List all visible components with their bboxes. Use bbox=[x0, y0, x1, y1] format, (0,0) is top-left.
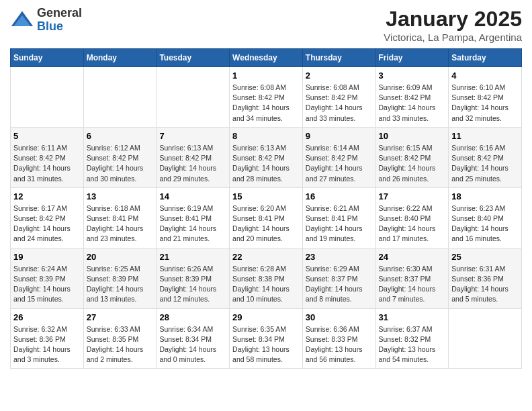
calendar-cell: 17Sunrise: 6:22 AM Sunset: 8:40 PM Dayli… bbox=[375, 187, 449, 248]
weekday-header-monday: Monday bbox=[83, 49, 157, 67]
day-info: Sunrise: 6:36 AM Sunset: 8:33 PM Dayligh… bbox=[306, 324, 373, 365]
day-info: Sunrise: 6:13 AM Sunset: 8:42 PM Dayligh… bbox=[159, 143, 226, 184]
day-info: Sunrise: 6:14 AM Sunset: 8:42 PM Dayligh… bbox=[306, 143, 373, 184]
day-info: Sunrise: 6:20 AM Sunset: 8:41 PM Dayligh… bbox=[232, 203, 300, 244]
day-info: Sunrise: 6:12 AM Sunset: 8:42 PM Dayligh… bbox=[87, 143, 154, 184]
day-number: 8 bbox=[232, 131, 300, 141]
day-number: 6 bbox=[87, 131, 154, 141]
weekday-header-saturday: Saturday bbox=[449, 49, 522, 67]
day-info: Sunrise: 6:35 AM Sunset: 8:34 PM Dayligh… bbox=[232, 324, 300, 365]
calendar-cell: 28Sunrise: 6:34 AM Sunset: 8:34 PM Dayli… bbox=[157, 308, 230, 369]
calendar-week-row: 5Sunrise: 6:11 AM Sunset: 8:42 PM Daylig… bbox=[11, 127, 522, 187]
calendar-week-row: 12Sunrise: 6:17 AM Sunset: 8:42 PM Dayli… bbox=[11, 187, 522, 248]
day-number: 2 bbox=[306, 71, 373, 81]
calendar-table: SundayMondayTuesdayWednesdayThursdayFrid… bbox=[10, 48, 522, 369]
day-number: 21 bbox=[159, 252, 226, 262]
day-info: Sunrise: 6:25 AM Sunset: 8:39 PM Dayligh… bbox=[87, 264, 154, 305]
day-number: 10 bbox=[379, 131, 446, 141]
calendar-cell: 11Sunrise: 6:16 AM Sunset: 8:42 PM Dayli… bbox=[449, 127, 522, 187]
day-number: 7 bbox=[159, 131, 226, 141]
calendar-cell: 7Sunrise: 6:13 AM Sunset: 8:42 PM Daylig… bbox=[157, 127, 230, 187]
day-info: Sunrise: 6:37 AM Sunset: 8:32 PM Dayligh… bbox=[379, 324, 446, 365]
calendar-cell: 30Sunrise: 6:36 AM Sunset: 8:33 PM Dayli… bbox=[302, 308, 375, 369]
day-info: Sunrise: 6:08 AM Sunset: 8:42 PM Dayligh… bbox=[232, 83, 300, 124]
day-info: Sunrise: 6:28 AM Sunset: 8:38 PM Dayligh… bbox=[232, 264, 300, 305]
day-info: Sunrise: 6:30 AM Sunset: 8:37 PM Dayligh… bbox=[379, 264, 446, 305]
weekday-header-row: SundayMondayTuesdayWednesdayThursdayFrid… bbox=[11, 49, 522, 67]
day-number: 16 bbox=[306, 191, 373, 201]
calendar-cell: 2Sunrise: 6:08 AM Sunset: 8:42 PM Daylig… bbox=[302, 67, 375, 128]
weekday-header-sunday: Sunday bbox=[11, 49, 84, 67]
day-number: 31 bbox=[379, 312, 446, 322]
calendar-cell: 29Sunrise: 6:35 AM Sunset: 8:34 PM Dayli… bbox=[230, 308, 303, 369]
day-info: Sunrise: 6:34 AM Sunset: 8:34 PM Dayligh… bbox=[159, 324, 226, 365]
weekday-header-friday: Friday bbox=[375, 49, 449, 67]
calendar-cell bbox=[449, 308, 522, 369]
day-info: Sunrise: 6:32 AM Sunset: 8:36 PM Dayligh… bbox=[13, 324, 81, 365]
day-info: Sunrise: 6:08 AM Sunset: 8:42 PM Dayligh… bbox=[306, 83, 373, 124]
calendar-cell: 22Sunrise: 6:28 AM Sunset: 8:38 PM Dayli… bbox=[230, 248, 303, 308]
day-number: 24 bbox=[379, 252, 446, 262]
calendar-cell: 25Sunrise: 6:31 AM Sunset: 8:36 PM Dayli… bbox=[449, 248, 522, 308]
day-number: 26 bbox=[13, 312, 81, 322]
day-number: 18 bbox=[451, 191, 519, 201]
calendar-cell: 13Sunrise: 6:18 AM Sunset: 8:41 PM Dayli… bbox=[83, 187, 157, 248]
day-info: Sunrise: 6:19 AM Sunset: 8:41 PM Dayligh… bbox=[159, 203, 226, 244]
logo-icon bbox=[10, 8, 34, 32]
day-info: Sunrise: 6:33 AM Sunset: 8:35 PM Dayligh… bbox=[87, 324, 154, 365]
page-header: General Blue January 2025 Victorica, La … bbox=[10, 7, 522, 43]
day-number: 22 bbox=[232, 252, 300, 262]
day-number: 15 bbox=[232, 191, 300, 201]
day-number: 11 bbox=[451, 131, 519, 141]
day-number: 4 bbox=[451, 71, 519, 81]
calendar-cell: 3Sunrise: 6:09 AM Sunset: 8:42 PM Daylig… bbox=[375, 67, 449, 128]
day-info: Sunrise: 6:10 AM Sunset: 8:42 PM Dayligh… bbox=[451, 83, 519, 124]
calendar-cell: 26Sunrise: 6:32 AM Sunset: 8:36 PM Dayli… bbox=[11, 308, 84, 369]
calendar-cell: 27Sunrise: 6:33 AM Sunset: 8:35 PM Dayli… bbox=[83, 308, 157, 369]
day-number: 20 bbox=[87, 252, 154, 262]
calendar-cell: 12Sunrise: 6:17 AM Sunset: 8:42 PM Dayli… bbox=[11, 187, 84, 248]
day-number: 30 bbox=[306, 312, 373, 322]
calendar-cell: 9Sunrise: 6:14 AM Sunset: 8:42 PM Daylig… bbox=[302, 127, 375, 187]
calendar-cell: 16Sunrise: 6:21 AM Sunset: 8:41 PM Dayli… bbox=[302, 187, 375, 248]
calendar-cell: 20Sunrise: 6:25 AM Sunset: 8:39 PM Dayli… bbox=[83, 248, 157, 308]
calendar-cell: 18Sunrise: 6:23 AM Sunset: 8:40 PM Dayli… bbox=[449, 187, 522, 248]
calendar-week-row: 1Sunrise: 6:08 AM Sunset: 8:42 PM Daylig… bbox=[11, 67, 522, 128]
day-number: 23 bbox=[306, 252, 373, 262]
calendar-cell: 10Sunrise: 6:15 AM Sunset: 8:42 PM Dayli… bbox=[375, 127, 449, 187]
calendar-cell: 14Sunrise: 6:19 AM Sunset: 8:41 PM Dayli… bbox=[157, 187, 230, 248]
calendar-cell bbox=[11, 67, 84, 128]
calendar-subtitle: Victorica, La Pampa, Argentina bbox=[384, 32, 522, 43]
calendar-cell: 4Sunrise: 6:10 AM Sunset: 8:42 PM Daylig… bbox=[449, 67, 522, 128]
day-number: 5 bbox=[13, 131, 81, 141]
day-info: Sunrise: 6:16 AM Sunset: 8:42 PM Dayligh… bbox=[451, 143, 519, 184]
day-info: Sunrise: 6:24 AM Sunset: 8:39 PM Dayligh… bbox=[13, 264, 81, 305]
logo-general-text: General bbox=[37, 7, 82, 20]
weekday-header-wednesday: Wednesday bbox=[230, 49, 303, 67]
day-info: Sunrise: 6:09 AM Sunset: 8:42 PM Dayligh… bbox=[379, 83, 446, 124]
day-info: Sunrise: 6:22 AM Sunset: 8:40 PM Dayligh… bbox=[379, 203, 446, 244]
calendar-cell bbox=[157, 67, 230, 128]
calendar-week-row: 26Sunrise: 6:32 AM Sunset: 8:36 PM Dayli… bbox=[11, 308, 522, 369]
calendar-cell: 8Sunrise: 6:13 AM Sunset: 8:42 PM Daylig… bbox=[230, 127, 303, 187]
logo-blue-text: Blue bbox=[37, 20, 82, 34]
calendar-cell: 23Sunrise: 6:29 AM Sunset: 8:37 PM Dayli… bbox=[302, 248, 375, 308]
calendar-cell: 5Sunrise: 6:11 AM Sunset: 8:42 PM Daylig… bbox=[11, 127, 84, 187]
day-info: Sunrise: 6:13 AM Sunset: 8:42 PM Dayligh… bbox=[232, 143, 300, 184]
calendar-cell: 6Sunrise: 6:12 AM Sunset: 8:42 PM Daylig… bbox=[83, 127, 157, 187]
day-info: Sunrise: 6:23 AM Sunset: 8:40 PM Dayligh… bbox=[451, 203, 519, 244]
day-number: 27 bbox=[87, 312, 154, 322]
calendar-cell: 21Sunrise: 6:26 AM Sunset: 8:39 PM Dayli… bbox=[157, 248, 230, 308]
day-number: 29 bbox=[232, 312, 300, 322]
day-number: 9 bbox=[306, 131, 373, 141]
day-number: 25 bbox=[451, 252, 519, 262]
calendar-cell bbox=[83, 67, 157, 128]
day-number: 12 bbox=[13, 191, 81, 201]
day-number: 28 bbox=[159, 312, 226, 322]
calendar-cell: 15Sunrise: 6:20 AM Sunset: 8:41 PM Dayli… bbox=[230, 187, 303, 248]
day-info: Sunrise: 6:26 AM Sunset: 8:39 PM Dayligh… bbox=[159, 264, 226, 305]
calendar-cell: 19Sunrise: 6:24 AM Sunset: 8:39 PM Dayli… bbox=[11, 248, 84, 308]
calendar-cell: 1Sunrise: 6:08 AM Sunset: 8:42 PM Daylig… bbox=[230, 67, 303, 128]
calendar-week-row: 19Sunrise: 6:24 AM Sunset: 8:39 PM Dayli… bbox=[11, 248, 522, 308]
day-info: Sunrise: 6:21 AM Sunset: 8:41 PM Dayligh… bbox=[306, 203, 373, 244]
